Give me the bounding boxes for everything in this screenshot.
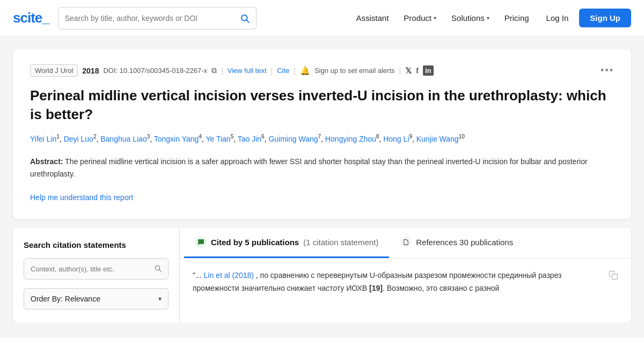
document-icon <box>400 236 412 248</box>
nav-pricing[interactable]: Pricing <box>498 9 536 27</box>
context-search-bar <box>24 258 169 280</box>
alert-text: Sign up to set email alerts <box>314 67 395 75</box>
linkedin-icon[interactable]: in <box>423 65 434 76</box>
bell-icon: 🔔 <box>300 66 310 76</box>
svg-line-1 <box>246 20 248 22</box>
social-icons: 𝕏 f in <box>405 65 434 76</box>
article-year: 2018 <box>82 67 99 75</box>
more-options-button[interactable]: ••• <box>601 65 614 76</box>
twitter-icon[interactable]: 𝕏 <box>405 66 412 76</box>
snippet-text-before: "... <box>193 271 204 280</box>
snippet-bracket-num: [19] <box>369 284 383 292</box>
sidebar-panel: Search citation statements Order By: Rel… <box>13 227 179 322</box>
snippet-author-link[interactable]: Lin et al (2018) <box>204 271 254 280</box>
tab-cited-label: Cited by 5 publications <box>211 238 299 247</box>
search-bar <box>58 7 257 30</box>
author-link-5[interactable]: Ye Tian <box>206 135 230 143</box>
context-search-input[interactable] <box>31 265 154 273</box>
tabs-panel: Cited by 5 publications (1 citation stat… <box>180 227 631 322</box>
chevron-down-icon: ▾ <box>487 15 489 21</box>
author-link-3[interactable]: Banghua Liao <box>100 135 147 143</box>
journal-badge: World J Urol <box>30 64 78 77</box>
login-button[interactable]: Log In <box>538 9 577 27</box>
nav-product[interactable]: Product ▾ <box>397 9 443 27</box>
help-link[interactable]: Help me understand this report <box>30 193 133 202</box>
signup-button[interactable]: Sign Up <box>579 9 631 27</box>
copy-snippet-button[interactable] <box>609 270 618 283</box>
search-input[interactable] <box>65 14 240 23</box>
tab-cited[interactable]: Cited by 5 publications (1 citation stat… <box>184 227 389 258</box>
main-nav: Assistant Product ▾ Solutions ▾ Pricing … <box>349 9 631 27</box>
author-link-7[interactable]: Guiming Wang <box>268 135 318 143</box>
cite-link[interactable]: Cite <box>277 67 289 75</box>
facebook-icon[interactable]: f <box>416 66 419 75</box>
author-link-2[interactable]: Deyi Luo <box>64 135 93 143</box>
author-link-9[interactable]: Hong Li <box>383 135 409 143</box>
citation-snippet: "... Lin et al (2018) , по сравнению с п… <box>180 259 631 306</box>
abstract-text: Abstract: The perineal midline vertical … <box>30 156 614 180</box>
order-by-label: Order By: Relevance <box>31 295 100 303</box>
abstract-label: Abstract: <box>30 157 63 166</box>
copy-doi-icon[interactable]: ⧉ <box>211 66 217 75</box>
svg-rect-4 <box>612 274 618 280</box>
context-search-icon <box>154 264 162 274</box>
abstract-content: The perineal midline vertical incision i… <box>30 157 588 178</box>
order-by-dropdown[interactable]: Order By: Relevance ▾ <box>24 288 169 310</box>
tab-references[interactable]: References 30 publications <box>389 227 524 258</box>
chevron-down-icon: ▾ <box>434 15 436 21</box>
chat-bubble-icon <box>195 236 207 248</box>
search-button[interactable] <box>240 13 250 23</box>
main-content: World J Urol 2018 DOI: 10.1007/s00345-01… <box>0 36 644 322</box>
logo[interactable]: scite_ <box>13 10 49 26</box>
tab-refs-label: References 30 publications <box>416 238 513 247</box>
author-link-4[interactable]: Tongxin Yang <box>154 135 199 143</box>
tabs-header: Cited by 5 publications (1 citation stat… <box>180 227 631 259</box>
article-doi: DOI: 10.1007/s00345-018-2267-x <box>103 67 207 75</box>
author-link-1[interactable]: Yifei Lin <box>30 135 56 143</box>
nav-solutions[interactable]: Solutions ▾ <box>445 9 496 27</box>
bottom-section: Search citation statements Order By: Rel… <box>13 227 631 322</box>
snippet-text: "... Lin et al (2018) , по сравнению с п… <box>193 269 602 295</box>
author-link-10[interactable]: Kunjie Wang <box>416 135 459 143</box>
author-link-6[interactable]: Tao Jin <box>238 135 261 143</box>
header: scite_ Assistant Product ▾ Solutions ▾ P… <box>0 0 644 36</box>
authors-line: Yifei Lin1, Deyi Luo2, Banghua Liao3, To… <box>30 133 614 145</box>
order-by-chevron-icon: ▾ <box>158 295 162 303</box>
article-title: Perineal midline vertical incision verse… <box>30 86 614 124</box>
nav-assistant[interactable]: Assistant <box>349 9 395 27</box>
tab-cited-sub: (1 citation statement) <box>303 238 378 247</box>
snippet-text-after: . Возможно, это связано с разной <box>383 284 499 292</box>
sidebar-title: Search citation statements <box>24 240 169 249</box>
article-meta: World J Urol 2018 DOI: 10.1007/s00345-01… <box>30 64 614 77</box>
article-card: World J Urol 2018 DOI: 10.1007/s00345-01… <box>13 49 631 219</box>
author-link-8[interactable]: Hongying Zhou <box>325 135 376 143</box>
svg-line-3 <box>159 270 161 271</box>
view-full-text-link[interactable]: View full text <box>228 67 267 75</box>
